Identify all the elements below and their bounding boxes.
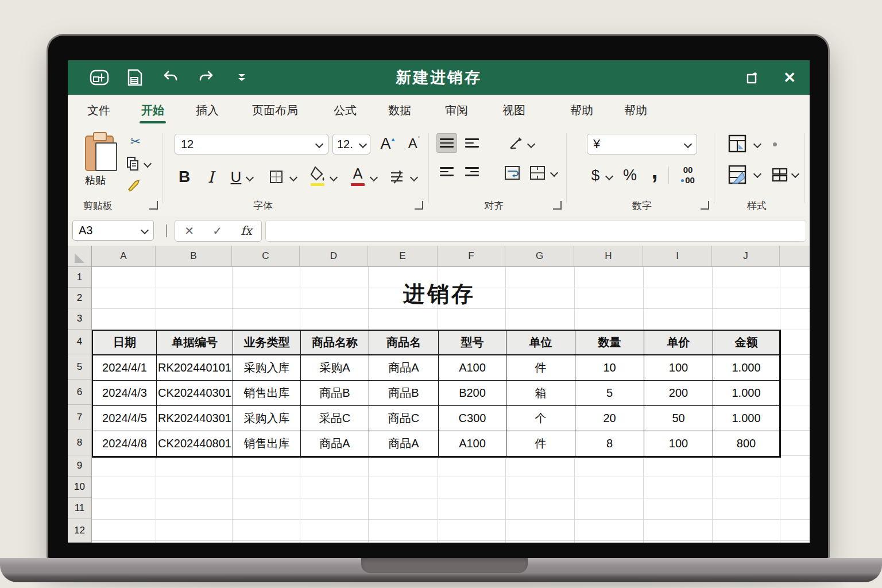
shrink-font-button[interactable]: A˚ [404,133,424,154]
tab-page-layout[interactable]: 页面布局 [252,95,298,126]
table-cell[interactable]: 100 [644,355,713,381]
orientation-dropdown-icon[interactable] [527,140,535,148]
formula-input[interactable] [265,220,806,242]
number-dialog-launcher-icon[interactable] [701,201,709,210]
row-header-5[interactable]: 5 [68,354,92,380]
cancel-entry-icon[interactable]: ✕ [184,224,194,238]
format-as-table-icon[interactable] [726,162,749,187]
table-header-unit[interactable]: 单位 [506,331,575,355]
row-header-9[interactable]: 9 [68,455,92,477]
row-header-4[interactable]: 4 [68,330,92,354]
table-cell[interactable]: 商品A [301,431,369,457]
table-cell[interactable]: 采购入库 [233,355,301,381]
table-header-product[interactable]: 商品名 [369,331,439,355]
conditional-formatting-dropdown-icon[interactable] [753,140,761,148]
format-as-table-dropdown-icon[interactable] [753,170,761,178]
comma-style-button[interactable]: , [647,160,663,181]
table-cell[interactable]: RK202440301 [157,406,233,431]
column-header-J[interactable]: J [712,246,780,267]
row-header-1[interactable]: 1 [68,267,92,288]
align-right-button[interactable] [462,162,482,181]
orientation-icon[interactable] [505,133,526,153]
font-color-dropdown-icon[interactable] [370,173,378,181]
cells-area[interactable]: 进销存 日期 单据编号 业务类型 商品名称 商品名 型号 单位 数量 单价 金额… [92,267,810,543]
table-cell[interactable]: 销售出库 [233,431,301,457]
table-cell[interactable]: 1.000 [713,406,780,431]
middle-align-button[interactable] [462,133,482,153]
table-cell[interactable]: 200 [644,381,713,406]
sheet-title-cell[interactable]: 进销存 [403,280,475,309]
cut-icon[interactable]: ✂ [125,133,146,150]
table-header-model[interactable]: 型号 [439,331,506,355]
table-header-date[interactable]: 日期 [93,331,157,355]
insert-function-icon[interactable]: fx [241,224,252,238]
accounting-dropdown-icon[interactable] [605,172,613,180]
table-cell[interactable]: 件 [506,355,575,381]
table-cell[interactable]: 采购A [301,355,369,381]
save-icon[interactable] [125,68,145,87]
table-cell[interactable]: 800 [713,431,780,457]
underline-dropdown-icon[interactable] [246,173,254,181]
number-format-select[interactable]: ¥ [587,134,697,154]
redo-icon[interactable] [196,68,216,87]
format-painter-icon[interactable] [125,177,142,194]
tab-view[interactable]: 视图 [502,95,525,126]
table-cell[interactable]: 销售出库 [233,381,301,406]
customize-toolbar-icon[interactable] [232,68,252,87]
fill-color-dropdown-icon[interactable] [330,173,338,181]
tab-file[interactable]: 文件 [87,95,110,126]
accounting-format-button[interactable]: $ [587,164,604,186]
table-cell[interactable]: 2024/4/5 [93,406,157,431]
merge-dropdown-icon[interactable] [550,169,558,177]
select-all-corner[interactable] [68,246,92,267]
table-cell[interactable]: 商品B [301,381,369,406]
tab-insert[interactable]: 插入 [196,95,219,126]
alignment-dialog-launcher-icon[interactable] [553,201,562,210]
table-header-biz-type[interactable]: 业务类型 [233,331,301,355]
column-header-stub[interactable] [780,246,810,267]
underline-button[interactable]: U [226,165,246,188]
confirm-entry-icon[interactable]: ✓ [212,224,222,238]
name-box-dropdown-icon[interactable] [141,226,149,234]
number-format-dropdown-icon[interactable] [684,140,692,148]
font-name-input[interactable]: 12 [175,134,328,154]
column-header-G[interactable]: G [505,246,574,267]
fill-color-icon[interactable] [308,164,327,188]
paste-button[interactable]: 粘贴 [72,130,118,187]
align-left-button[interactable] [436,162,457,181]
close-window-icon[interactable]: ✕ [783,70,796,85]
increase-decimal-icon[interactable]: 00 00 [675,163,701,187]
table-cell[interactable]: 商品A [369,431,439,457]
row-header-8[interactable]: 8 [68,430,92,455]
wrap-text-icon[interactable] [502,163,523,183]
font-size-input[interactable]: 12. [332,134,370,154]
phonetic-dropdown-icon[interactable] [410,173,418,181]
table-cell[interactable]: 箱 [506,381,575,406]
cell-styles-dropdown-icon[interactable] [791,170,799,178]
column-header-A[interactable]: A [92,246,156,267]
clipboard-dialog-launcher-icon[interactable] [149,201,158,210]
borders-icon[interactable] [266,167,286,187]
table-header-amount[interactable]: 金额 [713,331,780,355]
row-header-3[interactable]: 3 [68,308,92,330]
tab-home[interactable]: 开始 [141,95,164,126]
row-header-7[interactable]: 7 [68,405,92,430]
table-cell[interactable]: 件 [506,431,575,457]
table-cell[interactable]: 2024/4/3 [93,381,157,406]
grow-font-button[interactable]: A▴ [378,133,397,154]
phonetic-guide-icon[interactable] [387,165,407,188]
table-cell[interactable]: 商品C [369,406,439,431]
table-header-doc-no[interactable]: 单据编号 [157,331,233,355]
table-cell[interactable]: 5 [575,381,644,406]
table-cell[interactable]: 1.000 [713,355,780,381]
row-header-12[interactable]: 12 [68,519,92,543]
column-header-F[interactable]: F [438,246,505,267]
undo-icon[interactable] [161,68,180,87]
font-size-dropdown-icon[interactable] [359,140,367,148]
copy-icon[interactable] [124,155,141,172]
column-header-B[interactable]: B [156,246,232,267]
table-cell[interactable]: 商品A [369,355,439,381]
table-cell[interactable]: B200 [439,381,506,406]
table-cell[interactable]: 商品B [369,381,439,406]
table-cell[interactable]: 2024/4/8 [93,431,157,457]
